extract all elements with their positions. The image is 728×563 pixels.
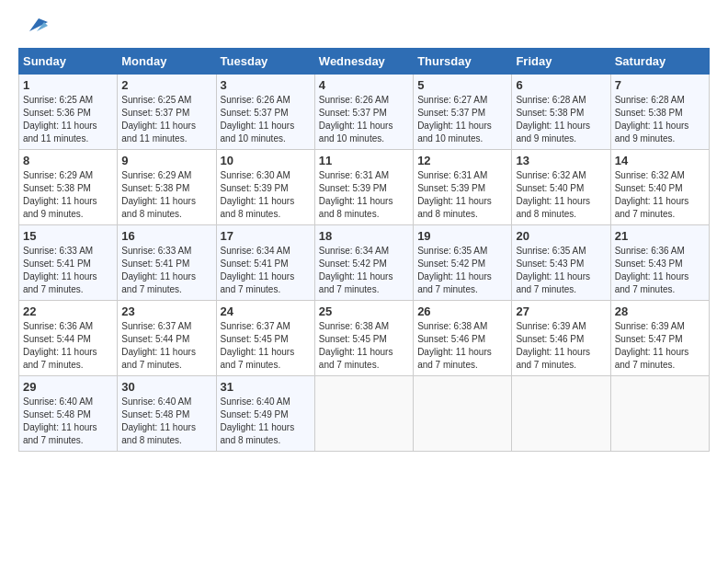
calendar-header-sunday: Sunday — [19, 49, 118, 75]
day-content: Sunrise: 6:31 AM Sunset: 5:39 PM Dayligh… — [319, 169, 409, 221]
day-content: Sunrise: 6:25 AM Sunset: 5:36 PM Dayligh… — [23, 94, 113, 145]
logo — [18, 18, 48, 39]
day-number: 7 — [615, 78, 705, 92]
day-number: 10 — [221, 154, 311, 167]
calendar-cell: 29Sunrise: 6:40 AM Sunset: 5:48 PM Dayli… — [19, 376, 118, 452]
day-number: 9 — [121, 154, 211, 167]
day-content: Sunrise: 6:38 AM Sunset: 5:46 PM Dayligh… — [417, 320, 507, 372]
day-content: Sunrise: 6:35 AM Sunset: 5:42 PM Dayligh… — [417, 245, 507, 296]
calendar-cell — [512, 376, 610, 452]
calendar-cell: 13Sunrise: 6:32 AM Sunset: 5:40 PM Dayli… — [512, 150, 610, 225]
calendar-header-wednesday: Wednesday — [314, 49, 413, 75]
logo-icon — [20, 15, 48, 35]
calendar-cell: 10Sunrise: 6:30 AM Sunset: 5:39 PM Dayli… — [216, 150, 314, 225]
calendar-week-3: 15Sunrise: 6:33 AM Sunset: 5:41 PM Dayli… — [19, 225, 710, 301]
calendar-header-friday: Friday — [512, 49, 610, 75]
day-number: 24 — [221, 304, 311, 318]
calendar-header-row: SundayMondayTuesdayWednesdayThursdayFrid… — [19, 49, 710, 75]
calendar-table: SundayMondayTuesdayWednesdayThursdayFrid… — [18, 48, 710, 452]
calendar-cell: 23Sunrise: 6:37 AM Sunset: 5:44 PM Dayli… — [118, 301, 216, 376]
day-content: Sunrise: 6:39 AM Sunset: 5:46 PM Dayligh… — [516, 320, 606, 372]
day-content: Sunrise: 6:38 AM Sunset: 5:45 PM Dayligh… — [319, 320, 409, 372]
calendar-cell: 28Sunrise: 6:39 AM Sunset: 5:47 PM Dayli… — [610, 301, 709, 376]
calendar-cell: 6Sunrise: 6:28 AM Sunset: 5:38 PM Daylig… — [512, 75, 610, 150]
calendar-cell: 8Sunrise: 6:29 AM Sunset: 5:38 PM Daylig… — [19, 150, 118, 225]
day-content: Sunrise: 6:37 AM Sunset: 5:44 PM Dayligh… — [121, 320, 211, 372]
page-header — [18, 18, 710, 39]
day-content: Sunrise: 6:26 AM Sunset: 5:37 PM Dayligh… — [221, 94, 311, 145]
calendar-header-tuesday: Tuesday — [216, 49, 314, 75]
day-content: Sunrise: 6:40 AM Sunset: 5:48 PM Dayligh… — [121, 396, 211, 447]
calendar-cell: 30Sunrise: 6:40 AM Sunset: 5:48 PM Dayli… — [118, 376, 216, 452]
day-number: 31 — [221, 380, 311, 394]
calendar-cell: 11Sunrise: 6:31 AM Sunset: 5:39 PM Dayli… — [314, 150, 413, 225]
day-number: 26 — [417, 304, 507, 318]
calendar-cell: 21Sunrise: 6:36 AM Sunset: 5:43 PM Dayli… — [610, 225, 709, 301]
day-content: Sunrise: 6:29 AM Sunset: 5:38 PM Dayligh… — [121, 169, 211, 221]
calendar-cell: 12Sunrise: 6:31 AM Sunset: 5:39 PM Dayli… — [414, 150, 512, 225]
calendar-header-monday: Monday — [118, 49, 216, 75]
day-content: Sunrise: 6:32 AM Sunset: 5:40 PM Dayligh… — [516, 169, 606, 221]
day-number: 11 — [319, 154, 409, 167]
day-content: Sunrise: 6:36 AM Sunset: 5:44 PM Dayligh… — [23, 320, 113, 372]
day-number: 12 — [417, 154, 507, 167]
day-number: 20 — [516, 229, 606, 243]
day-number: 25 — [319, 304, 409, 318]
day-content: Sunrise: 6:33 AM Sunset: 5:41 PM Dayligh… — [23, 245, 113, 296]
calendar-cell: 19Sunrise: 6:35 AM Sunset: 5:42 PM Dayli… — [414, 225, 512, 301]
calendar-cell — [414, 376, 512, 452]
day-number: 1 — [23, 78, 113, 92]
calendar-cell: 17Sunrise: 6:34 AM Sunset: 5:41 PM Dayli… — [216, 225, 314, 301]
day-content: Sunrise: 6:31 AM Sunset: 5:39 PM Dayligh… — [417, 169, 507, 221]
day-content: Sunrise: 6:36 AM Sunset: 5:43 PM Dayligh… — [615, 245, 705, 296]
calendar-cell: 22Sunrise: 6:36 AM Sunset: 5:44 PM Dayli… — [19, 301, 118, 376]
day-content: Sunrise: 6:26 AM Sunset: 5:37 PM Dayligh… — [319, 94, 409, 145]
day-number: 15 — [23, 229, 113, 243]
calendar-cell: 18Sunrise: 6:34 AM Sunset: 5:42 PM Dayli… — [314, 225, 413, 301]
day-number: 21 — [615, 229, 705, 243]
calendar-cell: 27Sunrise: 6:39 AM Sunset: 5:46 PM Dayli… — [512, 301, 610, 376]
day-number: 14 — [615, 154, 705, 167]
day-content: Sunrise: 6:28 AM Sunset: 5:38 PM Dayligh… — [516, 94, 606, 145]
calendar-cell: 26Sunrise: 6:38 AM Sunset: 5:46 PM Dayli… — [414, 301, 512, 376]
day-number: 3 — [221, 78, 311, 92]
day-content: Sunrise: 6:29 AM Sunset: 5:38 PM Dayligh… — [23, 169, 113, 221]
day-content: Sunrise: 6:34 AM Sunset: 5:41 PM Dayligh… — [221, 245, 311, 296]
day-number: 27 — [516, 304, 606, 318]
day-content: Sunrise: 6:40 AM Sunset: 5:48 PM Dayligh… — [23, 396, 113, 447]
calendar-cell: 20Sunrise: 6:35 AM Sunset: 5:43 PM Dayli… — [512, 225, 610, 301]
calendar-cell: 14Sunrise: 6:32 AM Sunset: 5:40 PM Dayli… — [610, 150, 709, 225]
day-content: Sunrise: 6:27 AM Sunset: 5:37 PM Dayligh… — [417, 94, 507, 145]
day-number: 2 — [121, 78, 211, 92]
day-number: 28 — [615, 304, 705, 318]
day-number: 19 — [417, 229, 507, 243]
day-number: 29 — [23, 380, 113, 394]
day-number: 23 — [121, 304, 211, 318]
calendar-cell: 5Sunrise: 6:27 AM Sunset: 5:37 PM Daylig… — [414, 75, 512, 150]
day-number: 4 — [319, 78, 409, 92]
day-number: 16 — [121, 229, 211, 243]
day-content: Sunrise: 6:37 AM Sunset: 5:45 PM Dayligh… — [221, 320, 311, 372]
calendar-header-saturday: Saturday — [610, 49, 709, 75]
day-content: Sunrise: 6:39 AM Sunset: 5:47 PM Dayligh… — [615, 320, 705, 372]
calendar-cell — [314, 376, 413, 452]
day-content: Sunrise: 6:40 AM Sunset: 5:49 PM Dayligh… — [221, 396, 311, 447]
day-number: 18 — [319, 229, 409, 243]
calendar-cell: 3Sunrise: 6:26 AM Sunset: 5:37 PM Daylig… — [216, 75, 314, 150]
day-number: 17 — [221, 229, 311, 243]
day-number: 13 — [516, 154, 606, 167]
day-number: 5 — [417, 78, 507, 92]
day-content: Sunrise: 6:34 AM Sunset: 5:42 PM Dayligh… — [319, 245, 409, 296]
calendar-cell: 31Sunrise: 6:40 AM Sunset: 5:49 PM Dayli… — [216, 376, 314, 452]
calendar-header-thursday: Thursday — [414, 49, 512, 75]
calendar-cell: 24Sunrise: 6:37 AM Sunset: 5:45 PM Dayli… — [216, 301, 314, 376]
calendar-cell: 2Sunrise: 6:25 AM Sunset: 5:37 PM Daylig… — [118, 75, 216, 150]
day-content: Sunrise: 6:35 AM Sunset: 5:43 PM Dayligh… — [516, 245, 606, 296]
day-content: Sunrise: 6:25 AM Sunset: 5:37 PM Dayligh… — [121, 94, 211, 145]
calendar-cell: 16Sunrise: 6:33 AM Sunset: 5:41 PM Dayli… — [118, 225, 216, 301]
calendar-week-1: 1Sunrise: 6:25 AM Sunset: 5:36 PM Daylig… — [19, 75, 710, 150]
day-number: 6 — [516, 78, 606, 92]
day-content: Sunrise: 6:28 AM Sunset: 5:38 PM Dayligh… — [615, 94, 705, 145]
calendar-body: 1Sunrise: 6:25 AM Sunset: 5:36 PM Daylig… — [19, 75, 710, 452]
calendar-cell: 4Sunrise: 6:26 AM Sunset: 5:37 PM Daylig… — [314, 75, 413, 150]
